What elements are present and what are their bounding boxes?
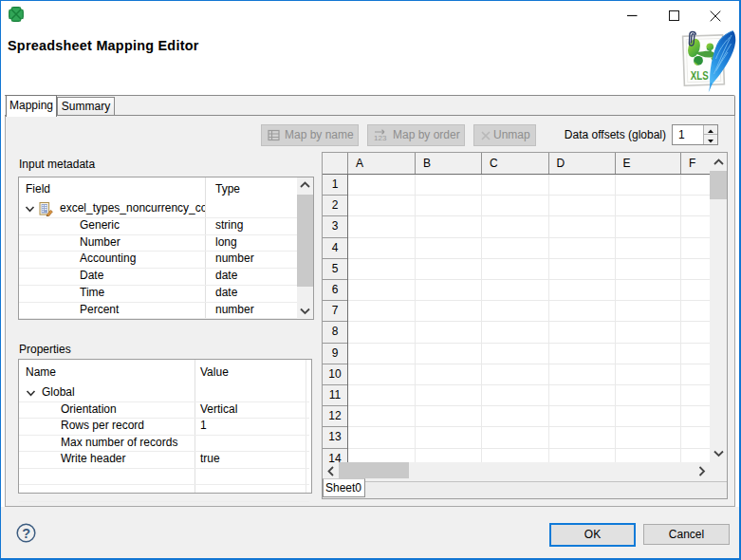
svg-text:XLS: XLS [691, 69, 709, 82]
svg-text:?: ? [22, 526, 30, 541]
svg-text:123: 123 [374, 134, 387, 142]
